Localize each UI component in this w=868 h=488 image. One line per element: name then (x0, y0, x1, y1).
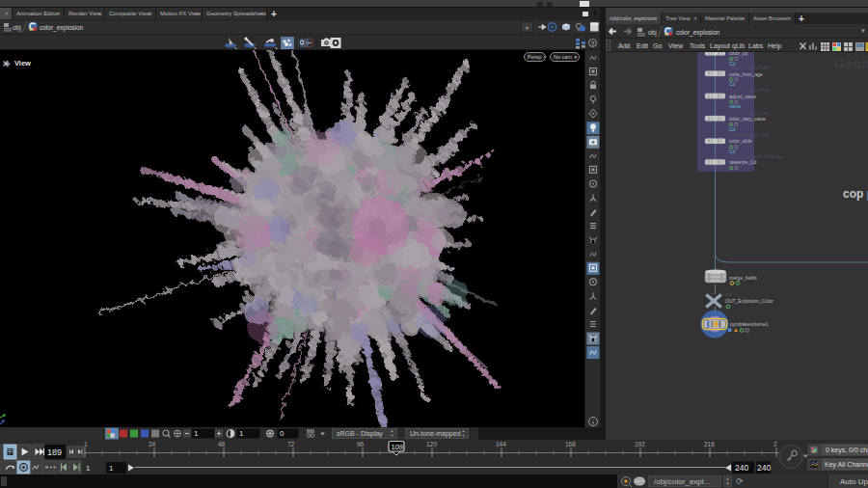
svg-text:2: 2 (773, 441, 777, 447)
svg-text:Volume Rasterize Attributes: Volume Rasterize Attributes (729, 154, 783, 159)
svg-text:color_slide: color_slide (729, 138, 752, 144)
svg-text:0 keys, 0/0 chan: 0 keys, 0/0 chan (826, 447, 868, 454)
svg-text:0: 0 (280, 429, 285, 438)
svg-text:109: 109 (392, 443, 404, 451)
svg-text:1: 1 (109, 464, 114, 473)
svg-text:240: 240 (757, 463, 771, 473)
svg-text:Attribute Adjust Float: Attribute Adjust Float (729, 88, 770, 93)
svg-text:168: 168 (565, 441, 576, 447)
svg-text:pyrobakevolume1: pyrobakevolume1 (730, 321, 769, 327)
svg-text:color_vary_value: color_vary_value (729, 116, 766, 122)
svg-text:1: 1 (84, 441, 88, 447)
svg-text:48: 48 (218, 441, 226, 447)
svg-text:24: 24 (149, 441, 156, 447)
svg-text:96: 96 (357, 441, 365, 447)
svg-text:Attribute Adjust Color: Attribute Adjust Color (729, 66, 771, 70)
svg-text:Cd: Cd (729, 81, 736, 87)
svg-text:192: 192 (635, 441, 645, 447)
svg-text:Cd: Cd (729, 126, 736, 132)
svg-text:adjust_value: adjust_value (729, 94, 756, 99)
svg-text:merge_fields: merge_fields (729, 275, 757, 281)
svg-text:rasterize_Cd: rasterize_Cd (729, 159, 757, 165)
svg-text:color_from_age: color_from_age (729, 71, 763, 77)
svg-text:Attribute Adjust Color: Attribute Adjust Color (729, 111, 771, 116)
svg-text:Attribute Adjust Color: Attribute Adjust Color (729, 133, 771, 138)
svg-text:72: 72 (287, 441, 295, 447)
svg-text:null: null (725, 292, 732, 297)
svg-text:value: value (729, 103, 741, 109)
svg-text:1: 1 (86, 464, 91, 473)
svg-text:1: 1 (239, 429, 244, 438)
svg-text:144: 144 (496, 441, 506, 447)
svg-text:216: 216 (704, 441, 715, 447)
svg-text:OUT_Explosion_Color: OUT_Explosion_Color (725, 298, 773, 304)
svg-text:Key All Channels: Key All Channels (825, 461, 868, 469)
svg-text:240: 240 (735, 463, 748, 473)
svg-text:1: 1 (194, 429, 199, 438)
svg-text:120: 120 (426, 441, 437, 447)
svg-text:189: 189 (47, 447, 62, 457)
svg-text:color_up: color_up (729, 52, 747, 56)
